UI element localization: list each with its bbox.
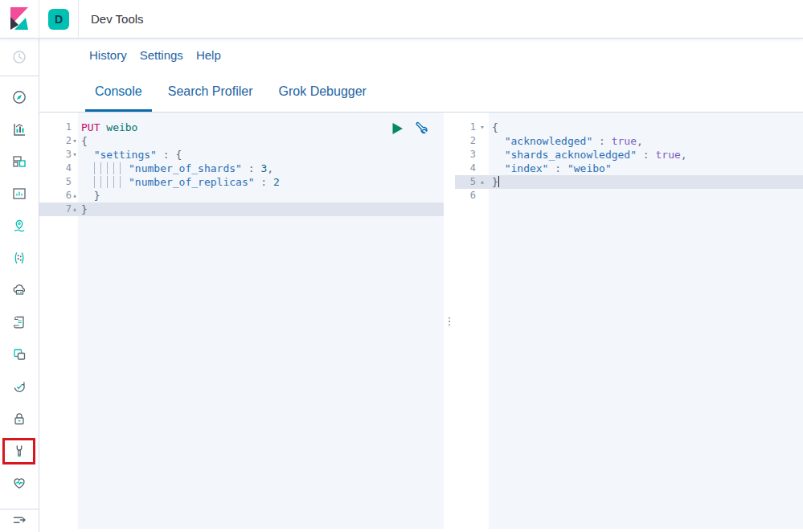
- code-line[interactable]: 5"number_of_replicas" : 2: [39, 175, 444, 189]
- console-panels: 1PUT weibo2▾{3▾ "settings" : {4"number_o…: [39, 112, 803, 529]
- line-number: 3: [455, 148, 476, 162]
- menu-item-history[interactable]: History: [89, 48, 127, 62]
- sidebar-item-dashboard[interactable]: [11, 153, 27, 170]
- code-text[interactable]: PUT weibo: [78, 121, 444, 134]
- compass-icon: [11, 89, 27, 105]
- sidebar-item-stack-monitoring[interactable]: [11, 475, 27, 491]
- code-line[interactable]: 5▴}: [455, 175, 803, 189]
- code-text[interactable]: {: [489, 121, 803, 134]
- code-line[interactable]: 7▴}: [39, 203, 444, 216]
- menu-item-help[interactable]: Help: [196, 48, 221, 62]
- machine-learning-icon: [11, 250, 27, 266]
- line-number: 5: [39, 175, 72, 189]
- menu-item-settings[interactable]: Settings: [140, 48, 183, 62]
- code-text[interactable]: }: [78, 189, 444, 203]
- sidebar-item-apm[interactable]: [11, 346, 27, 362]
- code-line[interactable]: 6▴ }: [39, 189, 444, 203]
- send-request-button[interactable]: [391, 122, 404, 138]
- bar-chart-icon: [11, 121, 27, 137]
- code-text[interactable]: }: [489, 175, 803, 189]
- panel-resizer[interactable]: ⋮: [444, 113, 455, 529]
- fold-spacer: [476, 148, 489, 162]
- sidebar-item-siem[interactable]: [11, 411, 27, 427]
- code-text[interactable]: "settings" : {: [78, 148, 444, 162]
- annotation-highlight-box: [2, 438, 35, 464]
- sidebar-nav: [0, 39, 39, 532]
- sidebar-item-logs[interactable]: [11, 314, 27, 330]
- line-number: 4: [455, 162, 476, 175]
- fold-toggle-icon[interactable]: ▾: [72, 148, 78, 162]
- fold-spacer: [476, 162, 489, 175]
- sidebar-item-collapse-navigation[interactable]: [11, 512, 27, 528]
- line-number: 4: [39, 162, 72, 175]
- fold-toggle-icon[interactable]: ▾: [72, 134, 78, 148]
- fold-spacer: [476, 189, 489, 203]
- code-line[interactable]: 1▾{: [455, 121, 803, 134]
- sidebar-item-machine-learning[interactable]: [11, 250, 27, 266]
- tab-console[interactable]: Console: [85, 74, 152, 112]
- heartbeat-icon: [11, 475, 27, 491]
- code-text[interactable]: "number_of_shards" : 3,: [78, 162, 444, 175]
- header-divider: [78, 0, 79, 39]
- line-number: 6: [39, 189, 72, 203]
- fold-spacer: [72, 162, 78, 175]
- code-line[interactable]: 3▾ "settings" : {: [39, 148, 444, 162]
- sidebar-item-infrastructure[interactable]: [11, 282, 27, 298]
- line-number: 3: [39, 148, 72, 162]
- fold-toggle-icon[interactable]: ▴: [72, 189, 78, 203]
- sidebar-item-visualize[interactable]: [11, 121, 27, 137]
- devtools-menu: History Settings Help: [89, 48, 221, 62]
- kibana-logo-icon: [10, 7, 29, 31]
- header-divider: [39, 0, 39, 39]
- code-text[interactable]: "number_of_replicas" : 2: [78, 175, 444, 189]
- code-line[interactable]: 6: [455, 189, 803, 203]
- code-line[interactable]: 4 "index" : "weibo": [455, 162, 803, 175]
- code-text[interactable]: "shards_acknowledged" : true,: [489, 148, 803, 162]
- sidebar-item-maps[interactable]: [11, 218, 27, 234]
- uptime-icon: [11, 379, 27, 395]
- cloud-server-icon: [11, 282, 27, 298]
- code-text[interactable]: }: [78, 203, 444, 216]
- code-text[interactable]: "index" : "weibo": [489, 162, 803, 175]
- fold-spacer: [72, 121, 78, 134]
- line-number: 5: [455, 175, 476, 189]
- dashboard-icon: [11, 153, 27, 170]
- indent-guides: [94, 176, 121, 188]
- kibana-logo[interactable]: [0, 0, 39, 39]
- indent-guides: [94, 162, 121, 174]
- code-line[interactable]: 1PUT weibo: [39, 121, 444, 134]
- code-line[interactable]: 2▾{: [39, 134, 444, 148]
- code-text[interactable]: {: [78, 134, 444, 148]
- top-bar: D Dev Tools: [0, 0, 803, 39]
- lock-icon: [11, 411, 27, 427]
- sidebar-item-discover[interactable]: [11, 89, 27, 105]
- code-line[interactable]: 4"number_of_shards" : 3,: [39, 162, 444, 175]
- code-line[interactable]: 2 "acknowledged" : true,: [455, 134, 803, 148]
- response-viewer[interactable]: 1▾{2 "acknowledged" : true,3 "shards_ack…: [455, 113, 803, 529]
- line-number: 7: [39, 203, 72, 216]
- sidebar-item-canvas[interactable]: [11, 186, 27, 202]
- code-line[interactable]: 3 "shards_acknowledged" : true,: [455, 148, 803, 162]
- logs-icon: [11, 314, 27, 330]
- request-editor[interactable]: 1PUT weibo2▾{3▾ "settings" : {4"number_o…: [39, 113, 444, 529]
- app-badge[interactable]: D: [48, 9, 69, 30]
- line-number: 2: [39, 134, 72, 148]
- request-actions: [391, 121, 428, 138]
- fold-toggle-icon[interactable]: ▴: [476, 175, 489, 189]
- text-cursor: [498, 176, 500, 187]
- play-icon: [391, 122, 404, 135]
- fold-toggle-icon[interactable]: ▴: [72, 203, 78, 216]
- code-text[interactable]: [489, 189, 803, 203]
- tab-grok-debugger[interactable]: Grok Debugger: [269, 74, 376, 112]
- clock-icon: [11, 49, 27, 65]
- wrench-icon: [414, 121, 428, 135]
- request-options-button[interactable]: [414, 121, 428, 138]
- devtools-tabs: Console Search Profiler Grok Debugger: [85, 74, 376, 112]
- code-text[interactable]: "acknowledged" : true,: [489, 134, 803, 148]
- tab-search-profiler[interactable]: Search Profiler: [158, 74, 263, 112]
- sidebar-item-recent[interactable]: [0, 39, 39, 76]
- sidebar-divider: [0, 509, 39, 509]
- request-lines: 1PUT weibo2▾{3▾ "settings" : {4"number_o…: [39, 121, 444, 216]
- sidebar-item-uptime[interactable]: [11, 379, 27, 395]
- fold-toggle-icon[interactable]: ▾: [476, 121, 489, 134]
